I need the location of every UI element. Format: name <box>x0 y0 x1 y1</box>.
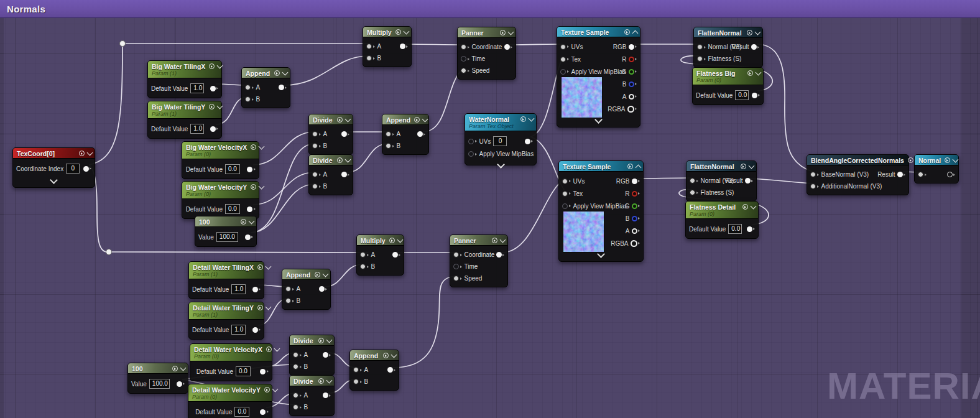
output-pin[interactable] <box>631 240 640 247</box>
node-texture-sample-1[interactable]: Texture SampleUVsRGBTexRApply View MipBi… <box>557 26 640 128</box>
input-pin[interactable] <box>245 85 254 90</box>
node-flattennormal-2[interactable]: FlattenNormalNormal (V3)ResultFlatness (… <box>686 160 757 202</box>
output-pin[interactable] <box>947 172 956 177</box>
node-constant-100-bottom[interactable]: 100Value100.0 <box>127 363 188 394</box>
node-header[interactable]: Divide <box>290 376 334 386</box>
node-blendanglecorrectednormals[interactable]: BlendAngleCorrectedNormalsBaseNormal (V3… <box>807 154 909 195</box>
realtime-preview-icon[interactable] <box>500 30 506 35</box>
output-pin[interactable] <box>319 286 328 292</box>
expand-advanced-chevron[interactable] <box>559 252 643 261</box>
input-pin[interactable] <box>461 56 469 62</box>
output-pin[interactable] <box>400 44 409 49</box>
realtime-preview-icon[interactable] <box>624 29 630 35</box>
input-pin[interactable] <box>562 179 571 184</box>
realtime-preview-icon[interactable] <box>742 204 748 210</box>
wire[interactable] <box>109 252 368 253</box>
output-pin[interactable] <box>629 69 637 75</box>
collapse-chevron-icon[interactable] <box>259 183 265 189</box>
node-header[interactable]: Divide <box>309 155 353 165</box>
wire[interactable] <box>751 179 813 183</box>
node-divide-b2[interactable]: DivideAB <box>289 375 335 416</box>
node-normal-output[interactable]: Normal <box>914 154 959 183</box>
node-panner-top[interactable]: PannerCoordinateTimeSpeed <box>457 27 516 80</box>
output-pin[interactable] <box>632 216 640 221</box>
output-pin[interactable] <box>83 166 92 172</box>
collapse-chevron-icon[interactable] <box>529 115 535 121</box>
collapse-chevron-icon[interactable] <box>345 116 351 122</box>
value-input[interactable]: 1.0 <box>231 284 245 294</box>
node-big-water-tilingx[interactable]: Big Water TilingXParam (1)Default Value1… <box>147 60 222 98</box>
output-pin[interactable] <box>751 44 760 50</box>
collapse-chevron-icon[interactable] <box>180 365 187 371</box>
input-pin[interactable] <box>697 44 706 50</box>
collapse-chevron-icon[interactable] <box>249 218 255 224</box>
output-pin[interactable] <box>323 392 331 398</box>
input-pin[interactable] <box>453 252 462 258</box>
output-pin[interactable] <box>341 131 350 137</box>
node-header[interactable]: Panner <box>458 27 515 38</box>
output-pin[interactable] <box>417 131 426 137</box>
output-pin[interactable] <box>632 228 640 234</box>
output-pin[interactable] <box>252 327 261 333</box>
input-pin[interactable] <box>453 264 462 269</box>
realtime-preview-icon[interactable] <box>209 104 215 109</box>
realtime-preview-icon[interactable] <box>337 117 343 123</box>
value-input[interactable]: 1.0 <box>231 325 245 335</box>
node-header[interactable]: Detail Water TilingYParam (1) <box>189 302 264 320</box>
input-pin[interactable] <box>461 68 469 73</box>
realtime-preview-icon[interactable] <box>274 70 280 76</box>
output-pin[interactable] <box>747 226 756 232</box>
node-panner-mid[interactable]: PannerCoordinateTimeSpeed <box>450 235 508 287</box>
node-header[interactable]: Multiply <box>357 235 404 246</box>
node-header[interactable]: Texture Sample <box>557 27 640 37</box>
input-pin[interactable] <box>366 44 375 49</box>
input-pin[interactable] <box>285 298 294 304</box>
collapse-chevron-icon[interactable] <box>632 30 639 36</box>
input-pin[interactable] <box>353 367 362 373</box>
node-texture-sample-2[interactable]: Texture SampleUVsRGBTexRApply View MipBi… <box>558 160 644 262</box>
collapse-chevron-icon[interactable] <box>282 69 289 75</box>
realtime-preview-icon[interactable] <box>79 151 85 156</box>
input-pin[interactable] <box>697 56 706 62</box>
node-append-bottomleft[interactable]: AppendAB <box>282 269 331 310</box>
output-pin[interactable] <box>177 381 185 387</box>
reroute-node[interactable] <box>106 249 112 255</box>
output-pin[interactable] <box>387 367 396 373</box>
realtime-preview-icon[interactable] <box>747 30 752 35</box>
realtime-preview-icon[interactable] <box>908 157 913 163</box>
reroute-node[interactable] <box>120 41 126 47</box>
texture-preview[interactable] <box>563 211 604 253</box>
output-pin[interactable] <box>745 178 754 183</box>
node-header[interactable]: Big Water TilingYParam (1) <box>148 101 221 119</box>
node-big-water-tilingy[interactable]: Big Water TilingYParam (1)Default Value1… <box>147 101 222 139</box>
realtime-preview-icon[interactable] <box>257 264 263 270</box>
output-pin[interactable] <box>279 85 287 90</box>
output-pin[interactable] <box>629 44 637 50</box>
output-pin[interactable] <box>260 409 269 415</box>
output-pin[interactable] <box>247 167 256 172</box>
input-pin[interactable] <box>562 191 571 197</box>
collapse-chevron-icon[interactable] <box>345 156 351 162</box>
wire[interactable] <box>405 44 463 45</box>
node-detail-water-velocityy[interactable]: Detail Water VelocityYParam (0)Default V… <box>188 384 272 418</box>
node-append-top[interactable]: AppendAB <box>241 67 290 108</box>
realtime-preview-icon[interactable] <box>257 305 263 310</box>
value-input[interactable]: 100.0 <box>216 232 238 242</box>
collapse-chevron-icon[interactable] <box>404 28 410 34</box>
output-pin[interactable] <box>210 126 219 132</box>
value-input[interactable]: 0 <box>66 164 80 174</box>
realtime-preview-icon[interactable] <box>241 219 246 225</box>
input-pin[interactable] <box>690 190 698 195</box>
collapse-chevron-icon[interactable] <box>266 263 272 269</box>
input-pin[interactable] <box>560 69 569 75</box>
node-header[interactable]: FlattenNormal <box>694 27 762 38</box>
node-header[interactable]: Detail Water TilingXParam (1) <box>189 262 264 279</box>
input-pin[interactable] <box>360 264 369 269</box>
input-pin[interactable] <box>810 183 819 189</box>
output-pin[interactable] <box>632 191 640 197</box>
value-input[interactable]: 1.0 <box>190 124 204 134</box>
value-input[interactable]: 0 <box>493 136 507 146</box>
value-input[interactable]: 0.0 <box>234 407 249 417</box>
collapse-chevron-icon[interactable] <box>323 271 329 277</box>
wire[interactable] <box>393 276 456 368</box>
